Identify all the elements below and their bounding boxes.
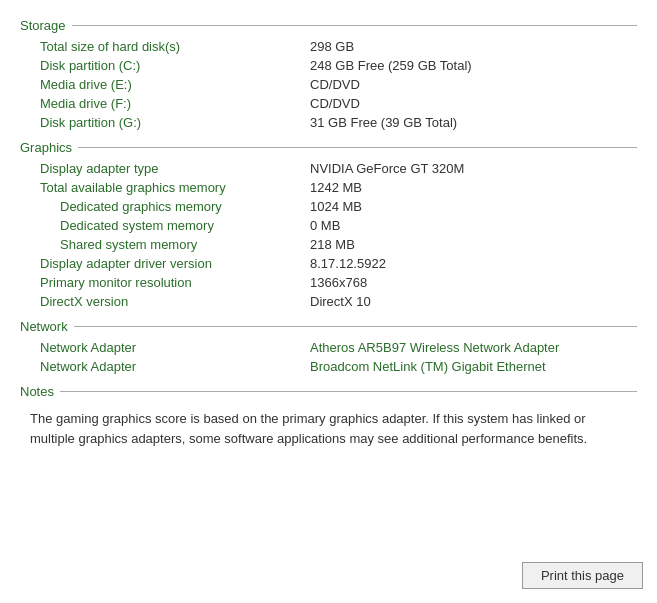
print-button[interactable]: Print this page (522, 562, 643, 589)
info-label: Media drive (F:) (30, 96, 310, 111)
table-row: Display adapter typeNVIDIA GeForce GT 32… (30, 159, 637, 178)
table-row: Media drive (E:)CD/DVD (30, 75, 637, 94)
table-row: Disk partition (G:)31 GB Free (39 GB Tot… (30, 113, 637, 132)
info-value: 248 GB Free (259 GB Total) (310, 58, 637, 73)
info-label: Display adapter driver version (30, 256, 310, 271)
info-value: 1366x768 (310, 275, 637, 290)
info-label: Media drive (E:) (30, 77, 310, 92)
notes-divider (60, 391, 637, 392)
info-label: Shared system memory (30, 237, 310, 252)
info-label: Display adapter type (30, 161, 310, 176)
network-title: Network (20, 319, 74, 334)
info-value: Atheros AR5B97 Wireless Network Adapter (310, 340, 637, 355)
network-section-header: Network (20, 319, 637, 334)
table-row: Shared system memory218 MB (30, 235, 637, 254)
info-value: 1024 MB (310, 199, 637, 214)
table-row: Network AdapterBroadcom NetLink (TM) Gig… (30, 357, 637, 376)
table-row: Dedicated system memory0 MB (30, 216, 637, 235)
info-value: 8.17.12.5922 (310, 256, 637, 271)
table-row: Network AdapterAtheros AR5B97 Wireless N… (30, 338, 637, 357)
info-value: NVIDIA GeForce GT 320M (310, 161, 637, 176)
notes-title: Notes (20, 384, 60, 399)
table-row: Total available graphics memory1242 MB (30, 178, 637, 197)
table-row: DirectX versionDirectX 10 (30, 292, 637, 311)
graphics-title: Graphics (20, 140, 78, 155)
info-label: DirectX version (30, 294, 310, 309)
info-label: Disk partition (G:) (30, 115, 310, 130)
network-divider (74, 326, 637, 327)
print-button-container: Print this page (522, 562, 643, 589)
graphics-body: Display adapter typeNVIDIA GeForce GT 32… (20, 159, 637, 311)
notes-text: The gaming graphics score is based on th… (20, 403, 637, 454)
info-value: Broadcom NetLink (TM) Gigabit Ethernet (310, 359, 637, 374)
page-content: Storage Total size of hard disk(s)298 GB… (0, 0, 657, 514)
info-value: 31 GB Free (39 GB Total) (310, 115, 637, 130)
info-value: CD/DVD (310, 77, 637, 92)
network-body: Network AdapterAtheros AR5B97 Wireless N… (20, 338, 637, 376)
storage-section-header: Storage (20, 18, 637, 33)
graphics-divider (78, 147, 637, 148)
storage-title: Storage (20, 18, 72, 33)
table-row: Media drive (F:)CD/DVD (30, 94, 637, 113)
info-label: Network Adapter (30, 359, 310, 374)
info-label: Total size of hard disk(s) (30, 39, 310, 54)
table-row: Display adapter driver version8.17.12.59… (30, 254, 637, 273)
info-value: DirectX 10 (310, 294, 637, 309)
storage-divider (72, 25, 637, 26)
info-value: 1242 MB (310, 180, 637, 195)
notes-section-header: Notes (20, 384, 637, 399)
info-label: Total available graphics memory (30, 180, 310, 195)
info-value: CD/DVD (310, 96, 637, 111)
storage-body: Total size of hard disk(s)298 GBDisk par… (20, 37, 637, 132)
table-row: Dedicated graphics memory1024 MB (30, 197, 637, 216)
info-label: Primary monitor resolution (30, 275, 310, 290)
info-label: Disk partition (C:) (30, 58, 310, 73)
info-value: 298 GB (310, 39, 637, 54)
info-label: Dedicated graphics memory (30, 199, 310, 214)
info-label: Dedicated system memory (30, 218, 310, 233)
graphics-section-header: Graphics (20, 140, 637, 155)
table-row: Total size of hard disk(s)298 GB (30, 37, 637, 56)
info-label: Network Adapter (30, 340, 310, 355)
table-row: Disk partition (C:)248 GB Free (259 GB T… (30, 56, 637, 75)
table-row: Primary monitor resolution1366x768 (30, 273, 637, 292)
info-value: 0 MB (310, 218, 637, 233)
info-value: 218 MB (310, 237, 637, 252)
